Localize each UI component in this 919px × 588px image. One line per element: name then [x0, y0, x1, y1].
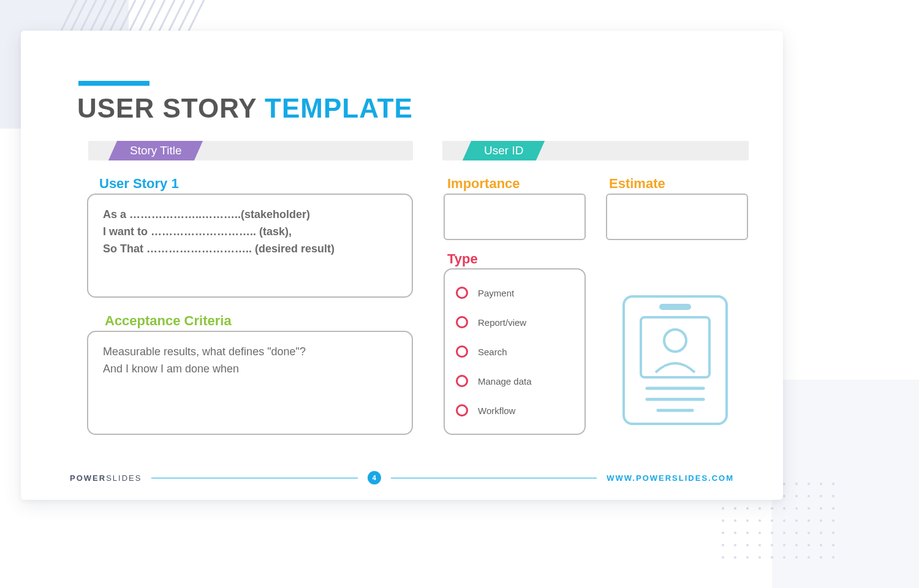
svg-point-57	[758, 532, 761, 534]
type-option-manage-data: Manage data	[456, 366, 573, 396]
footer-brand: POWERSLIDES	[70, 473, 142, 483]
svg-point-80	[795, 556, 798, 559]
ribbon-story-title: Story Title	[88, 141, 413, 160]
svg-point-31	[807, 495, 810, 497]
radio-icon	[456, 345, 468, 358]
svg-point-73	[832, 544, 834, 546]
type-label: Search	[478, 347, 507, 357]
label-importance: Importance	[447, 176, 520, 192]
svg-point-54	[722, 532, 724, 534]
svg-point-69	[783, 544, 785, 546]
radio-icon	[456, 375, 468, 387]
svg-point-62	[820, 532, 822, 534]
box-estimate	[606, 194, 748, 240]
svg-point-68	[771, 544, 773, 546]
box-type: Payment Report/view Search Manage data W…	[444, 268, 586, 435]
ribbon-user-id: User ID	[442, 141, 749, 160]
svg-point-66	[746, 544, 749, 546]
story-line-2: I want to ……………………….. (task),	[103, 223, 397, 240]
slide-card: USER STORY TEMPLATE Story Title User ID …	[21, 31, 783, 500]
box-user-story: As a ………………..………..(stakeholder) I want t…	[87, 194, 413, 298]
svg-point-22	[820, 483, 822, 485]
tab-story-title-label: Story Title	[130, 141, 181, 160]
svg-point-19	[783, 483, 785, 485]
svg-point-41	[807, 507, 810, 510]
svg-point-74	[722, 556, 724, 559]
slide-title: USER STORY TEMPLATE	[77, 93, 413, 124]
type-option-workflow: Workflow	[456, 396, 573, 425]
svg-point-58	[771, 532, 773, 534]
svg-point-23	[832, 483, 834, 485]
svg-point-77	[758, 556, 761, 559]
svg-point-81	[807, 556, 810, 559]
accept-line-2: And I know I am done when	[103, 360, 397, 377]
svg-point-42	[820, 507, 822, 510]
svg-point-40	[795, 507, 798, 510]
page-number-badge: 4	[368, 471, 381, 484]
svg-point-48	[771, 519, 773, 522]
svg-point-76	[746, 556, 749, 559]
svg-point-59	[783, 532, 785, 534]
footer-brand-light: SLIDES	[106, 473, 142, 483]
footer-url: WWW.POWERSLIDES.COM	[607, 473, 734, 483]
type-label: Manage data	[478, 376, 532, 386]
title-accent-bar	[78, 81, 149, 86]
svg-point-61	[807, 532, 810, 534]
svg-point-60	[795, 532, 798, 534]
svg-point-65	[734, 544, 736, 546]
label-acceptance-criteria: Acceptance Criteria	[105, 313, 232, 329]
type-option-payment: Payment	[456, 278, 573, 307]
svg-point-39	[783, 507, 785, 510]
svg-point-47	[758, 519, 761, 522]
box-importance	[444, 194, 586, 240]
tab-story-title: Story Title	[108, 141, 203, 160]
tab-user-id: User ID	[463, 141, 545, 160]
svg-point-30	[795, 495, 798, 497]
svg-point-46	[746, 519, 749, 522]
svg-rect-86	[641, 317, 709, 377]
svg-point-67	[758, 544, 761, 546]
svg-point-72	[820, 544, 822, 546]
svg-point-37	[758, 507, 761, 510]
svg-point-64	[722, 544, 724, 546]
radio-icon	[456, 287, 468, 299]
footer-line-right	[391, 478, 597, 478]
svg-point-32	[820, 495, 822, 497]
label-user-story-1: User Story 1	[99, 176, 179, 192]
type-label: Workflow	[478, 405, 515, 416]
svg-point-33	[832, 495, 834, 497]
svg-point-34	[722, 507, 724, 510]
footer-brand-bold: POWER	[70, 473, 106, 483]
svg-point-20	[795, 483, 798, 485]
svg-point-87	[664, 330, 686, 352]
svg-point-49	[783, 519, 785, 522]
label-type: Type	[447, 251, 478, 267]
svg-point-50	[795, 519, 798, 522]
svg-point-53	[832, 519, 834, 522]
svg-rect-85	[659, 304, 691, 310]
story-line-3: So That ……………………….. (desired result)	[103, 240, 397, 257]
type-option-report: Report/view	[456, 307, 573, 337]
svg-point-52	[820, 519, 822, 522]
svg-point-29	[783, 495, 785, 497]
type-option-search: Search	[456, 337, 573, 366]
title-main: USER STORY	[77, 93, 257, 123]
svg-point-75	[734, 556, 736, 559]
svg-point-36	[746, 507, 749, 510]
id-card-icon	[620, 293, 730, 428]
svg-rect-84	[624, 296, 727, 424]
tab-user-id-label: User ID	[484, 141, 523, 160]
svg-point-71	[807, 544, 810, 546]
radio-icon	[456, 404, 468, 417]
svg-point-55	[734, 532, 736, 534]
svg-point-38	[771, 507, 773, 510]
svg-point-35	[734, 507, 736, 510]
svg-point-63	[832, 532, 834, 534]
slide-footer: POWERSLIDES 4 WWW.POWERSLIDES.COM	[70, 470, 734, 485]
label-estimate: Estimate	[609, 176, 665, 192]
svg-point-83	[832, 556, 834, 559]
footer-line-left	[151, 478, 357, 478]
type-label: Report/view	[478, 317, 526, 328]
box-acceptance-criteria: Measurable results, what defines "done"?…	[87, 331, 413, 435]
svg-point-82	[820, 556, 822, 559]
